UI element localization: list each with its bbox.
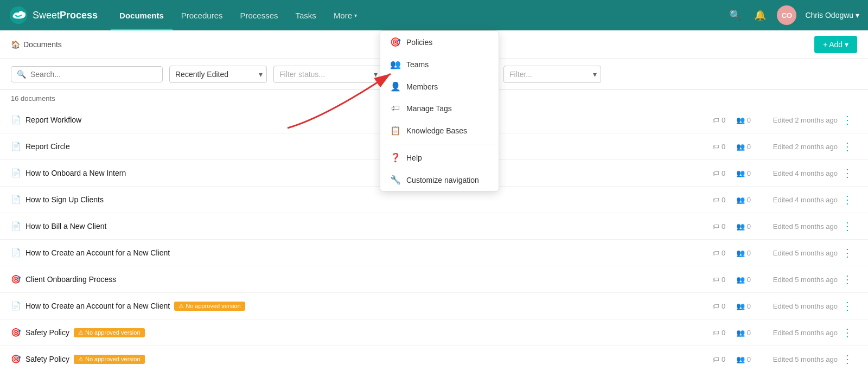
tags-count: 🏷 0 bbox=[712, 329, 725, 337]
doc-edit-time: Edited 5 months ago bbox=[751, 222, 838, 231]
members-count: 👥 0 bbox=[736, 116, 751, 124]
status-filter-select[interactable]: Filter status... bbox=[273, 66, 382, 83]
document-name: 📄Report Workflow bbox=[11, 115, 712, 125]
breadcrumb: 🏠 Documents bbox=[11, 40, 62, 49]
dropdown-item-members[interactable]: 👤Members bbox=[380, 75, 499, 98]
more-options-button[interactable]: ⋮ bbox=[838, 167, 857, 180]
more-options-button[interactable]: ⋮ bbox=[838, 246, 857, 259]
nav-processes[interactable]: Processes bbox=[232, 0, 287, 30]
dropdown-item-customize-nav[interactable]: 🔧Customize navigation bbox=[380, 169, 499, 191]
members-count: 👥 0 bbox=[736, 249, 751, 257]
doc-meta: 🏷 0👥 0 bbox=[712, 143, 751, 151]
no-approved-version-badge: ⚠ No approved version bbox=[74, 328, 145, 337]
page-icon: 📄 bbox=[11, 115, 21, 125]
doc-meta: 🏷 0👥 0 bbox=[712, 329, 751, 337]
tags-count: 🏷 0 bbox=[712, 196, 725, 204]
tags-count: 🏷 0 bbox=[712, 116, 725, 124]
page-icon: 📄 bbox=[11, 195, 21, 204]
search-input[interactable] bbox=[30, 70, 157, 79]
nav-links: Documents Procedures Processes Tasks Mor… bbox=[111, 0, 727, 30]
members-icon: 👤 bbox=[390, 81, 401, 92]
nav-more[interactable]: More ▾ bbox=[325, 0, 366, 30]
nav-tasks[interactable]: Tasks bbox=[287, 0, 325, 30]
more-options-button[interactable]: ⋮ bbox=[838, 113, 857, 126]
teams-icon: 👥 bbox=[390, 59, 401, 69]
dropdown-item-label-members: Members bbox=[406, 82, 438, 91]
more-options-button[interactable]: ⋮ bbox=[838, 193, 857, 206]
doc-meta: 🏷 0👥 0 bbox=[712, 169, 751, 177]
doc-title: How to Create an Account for a New Clien… bbox=[25, 302, 170, 310]
page-icon: 📄 bbox=[11, 142, 21, 151]
tags-count: 🏷 0 bbox=[712, 143, 725, 151]
table-row[interactable]: 🎯Client Onboarding Process🏷 0👥 0Edited 5… bbox=[0, 266, 868, 293]
table-row[interactable]: 📄How to Create an Account for a New Clie… bbox=[0, 240, 868, 266]
dropdown-item-help[interactable]: ❓Help bbox=[380, 146, 499, 169]
doc-edit-time: Edited 5 months ago bbox=[751, 249, 838, 257]
dropdown-item-policies[interactable]: 🎯Policies bbox=[380, 31, 499, 53]
document-name: 📄How to Create an Account for a New Clie… bbox=[11, 248, 712, 258]
search-icon[interactable]: 🔍 bbox=[727, 7, 743, 23]
dropdown-item-label-teams: Teams bbox=[406, 60, 429, 69]
dropdown-item-teams[interactable]: 👥Teams bbox=[380, 53, 499, 75]
dropdown-item-label-policies: Policies bbox=[406, 38, 432, 47]
dropdown-item-label-knowledge-bases: Knowledge Bases bbox=[406, 126, 467, 135]
doc-edit-time: Edited 4 months ago bbox=[751, 196, 838, 204]
table-row[interactable]: 🎯Safety Policy⚠ No approved version🏷 0👥 … bbox=[0, 346, 868, 371]
notifications-icon[interactable]: 🔔 bbox=[752, 7, 768, 23]
more-options-button[interactable]: ⋮ bbox=[838, 326, 857, 339]
tags-count: 🏷 0 bbox=[712, 249, 725, 257]
nav-documents[interactable]: Documents bbox=[111, 0, 173, 30]
more-options-button[interactable]: ⋮ bbox=[838, 299, 857, 312]
document-name: 📄Report Circle bbox=[11, 142, 712, 151]
more-options-button[interactable]: ⋮ bbox=[838, 220, 857, 233]
policies-icon: 🎯 bbox=[390, 37, 401, 47]
document-name: 📄How to Onboard a New Intern bbox=[11, 168, 712, 178]
doc-meta: 🏷 0👥 0 bbox=[712, 196, 751, 204]
more-options-button[interactable]: ⋮ bbox=[838, 273, 857, 286]
user-name[interactable]: Chris Odogwu ▾ bbox=[805, 11, 859, 20]
logo-name-light: Sweet bbox=[33, 10, 60, 21]
more-options-button[interactable]: ⋮ bbox=[838, 140, 857, 153]
members-count: 👥 0 bbox=[736, 143, 751, 151]
page-icon: 📄 bbox=[11, 221, 21, 231]
extra-filter-wrapper: Filter... bbox=[503, 66, 601, 83]
page-icon: 📄 bbox=[11, 168, 21, 178]
extra-filter-select[interactable]: Filter... bbox=[503, 66, 601, 83]
document-name: 🎯Safety Policy⚠ No approved version bbox=[11, 328, 712, 337]
dropdown-item-label-customize-nav: Customize navigation bbox=[406, 176, 479, 184]
table-row[interactable]: 📄How to Bill a New Client🏷 0👥 0Edited 5 … bbox=[0, 213, 868, 240]
dropdown-item-manage-tags[interactable]: 🏷Manage Tags bbox=[380, 98, 499, 119]
nav-procedures[interactable]: Procedures bbox=[173, 0, 232, 30]
add-button[interactable]: + Add ▾ bbox=[814, 36, 857, 53]
doc-meta: 🏷 0👥 0 bbox=[712, 302, 751, 310]
policy-icon: 🎯 bbox=[11, 354, 21, 364]
chevron-down-icon: ▾ bbox=[354, 12, 357, 18]
doc-meta: 🏷 0👥 0 bbox=[712, 276, 751, 284]
table-row[interactable]: 📄How to Create an Account for a New Clie… bbox=[0, 293, 868, 319]
nav-right: 🔍 🔔 CO Chris Odogwu ▾ bbox=[727, 5, 859, 25]
document-name: 🎯Client Onboarding Process bbox=[11, 274, 712, 284]
logo-name-bold: Process bbox=[60, 10, 98, 21]
doc-edit-time: Edited 2 months ago bbox=[751, 143, 838, 151]
no-approved-version-badge: ⚠ No approved version bbox=[174, 302, 245, 311]
policy-icon: 🎯 bbox=[11, 274, 21, 284]
doc-title: How to Create an Account for a New Clien… bbox=[25, 248, 170, 257]
doc-title: Report Workflow bbox=[25, 116, 81, 124]
sort-select[interactable]: Recently Edited bbox=[169, 66, 267, 83]
dropdown-item-label-help: Help bbox=[406, 153, 422, 162]
doc-title: How to Onboard a New Intern bbox=[25, 169, 126, 177]
search-box[interactable]: 🔍 bbox=[11, 66, 163, 82]
table-row[interactable]: 🎯Safety Policy⚠ No approved version🏷 0👥 … bbox=[0, 319, 868, 346]
doc-edit-time: Edited 5 months ago bbox=[751, 355, 838, 363]
document-name: 📄How to Create an Account for a New Clie… bbox=[11, 301, 712, 311]
page-icon: 📄 bbox=[11, 301, 21, 311]
more-options-button[interactable]: ⋮ bbox=[838, 353, 857, 366]
logo[interactable]: SweetProcess bbox=[9, 5, 98, 25]
members-count: 👥 0 bbox=[736, 302, 751, 310]
policy-icon: 🎯 bbox=[11, 328, 21, 337]
members-count: 👥 0 bbox=[736, 276, 751, 284]
doc-title: Client Onboarding Process bbox=[25, 275, 116, 284]
tags-count: 🏷 0 bbox=[712, 222, 725, 231]
dropdown-item-knowledge-bases[interactable]: 📋Knowledge Bases bbox=[380, 119, 499, 142]
top-navigation: SweetProcess Documents Procedures Proces… bbox=[0, 0, 868, 30]
